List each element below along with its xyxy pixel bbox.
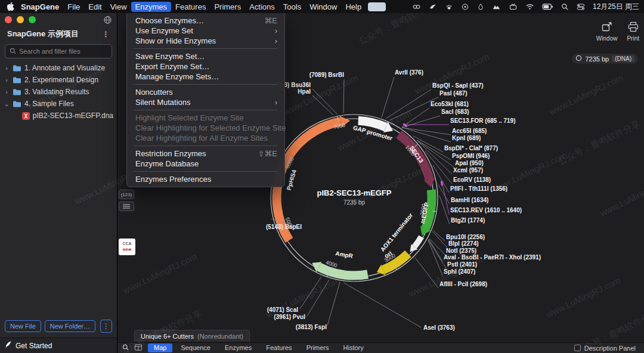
menubar-item-actions[interactable]: Actions (245, 2, 279, 12)
menu-item-silent-mutations[interactable]: Silent Mutations› (127, 97, 284, 107)
get-started-link[interactable]: Get Started (16, 342, 52, 350)
disclosure-chevron-icon[interactable]: ⌄ (4, 100, 10, 108)
view-tab-map[interactable]: Map (148, 343, 172, 352)
enzyme-label-bspqi-sapi-437[interactable]: BspQI - SapI (437) (432, 82, 484, 89)
enzyme-label-bpu10i-2256[interactable]: Bpu10I (2256) (446, 234, 485, 240)
disclosure-chevron-icon[interactable]: › (4, 64, 10, 72)
compass-icon[interactable] (461, 3, 469, 11)
view-tab-history[interactable]: History (338, 343, 370, 352)
folder-item-2-experimental-design[interactable]: ›2. Experimental Design (0, 74, 117, 86)
paw-icon[interactable] (445, 3, 453, 11)
menu-item-use-enzyme-set[interactable]: Use Enzyme Set› (127, 26, 284, 36)
menu-item-choose-enzymes[interactable]: Choose Enzymes…⌘E (127, 16, 284, 26)
enzyme-label-eco53ki-681[interactable]: Eco53kI (681) (431, 101, 469, 107)
menubar-item-enzymes[interactable]: Enzymes (131, 2, 171, 12)
menu-item-export-enzyme-set[interactable]: Export Enzyme Set… (127, 61, 284, 72)
close-window-button[interactable] (5, 16, 12, 23)
menubar-item-file[interactable]: File (63, 2, 84, 12)
menubar-item-snapgene[interactable]: SnapGene (17, 2, 63, 12)
folder-item-4-sample-files[interactable]: ⌄4. Sample Files (0, 98, 117, 110)
menu-item-show-or-hide-enzymes[interactable]: Show or Hide Enzymes› (127, 36, 284, 46)
find-icon[interactable] (122, 344, 129, 352)
window-tool-button[interactable]: Window (596, 21, 618, 42)
spotlight-icon[interactable] (561, 3, 569, 11)
enzyme-label-bspdi-clai-877[interactable]: BspDI* - ClaI* (877) (444, 145, 498, 151)
bird-icon[interactable] (429, 3, 437, 11)
enzyme-label-psti-2401[interactable]: PstI (2401) (447, 261, 477, 268)
enzyme-label-4071-scai[interactable]: (4071) ScaI (267, 306, 298, 313)
tv-icon[interactable] (509, 3, 518, 11)
view-tab-features[interactable]: Features (260, 343, 298, 352)
zoom-window-button[interactable] (29, 16, 36, 23)
disclosure-chevron-icon[interactable]: › (4, 76, 10, 83)
enzyme-label-sphi-2407[interactable]: SphI (2407) (444, 268, 475, 275)
enzyme-set-tab[interactable]: Unique 6+ Cutters (Nonredundant) (134, 330, 250, 342)
view-tab-primers[interactable]: Primers (301, 343, 335, 352)
menubar-item-features[interactable]: Features (171, 2, 210, 12)
enzyme-label-apai-950[interactable]: ApaI (950) (455, 160, 484, 166)
enzyme-label-sec13-for-685-719[interactable]: SEC13.FOR (685 .. 719) (450, 117, 516, 124)
menu-item-save-enzyme-set[interactable]: Save Enzyme Set… (127, 51, 284, 61)
enzyme-label-bamhi-1634[interactable]: BamHI (1634) (451, 197, 488, 203)
menubar-item-primers[interactable]: Primers (210, 2, 245, 12)
view-tab-enzymes[interactable]: Enzymes (219, 343, 258, 352)
numbering-toggle-button[interactable]: (123) (119, 190, 134, 199)
description-panel-checkbox[interactable] (574, 345, 581, 351)
enzyme-label-xcmi-957[interactable]: XcmI (957) (453, 167, 483, 174)
loop-icon[interactable] (412, 3, 421, 11)
sequence-preview-icon[interactable]: CCA GCA (119, 239, 135, 255)
feature-ampr[interactable] (319, 267, 368, 275)
control-center-icon[interactable] (577, 3, 585, 11)
print-tool-button[interactable]: Print (627, 21, 639, 42)
battery-icon[interactable] (542, 4, 553, 10)
apple-menu-icon[interactable] (5, 2, 17, 11)
globe-icon[interactable] (103, 16, 112, 24)
wifi-icon[interactable] (525, 3, 534, 10)
enzyme-label-saci-683[interactable]: SacI (683) (441, 109, 469, 115)
project-menu-button[interactable]: ⋮ (102, 30, 110, 39)
more-actions-button[interactable]: ⋮ (100, 320, 112, 333)
enzyme-label-3813-fspi[interactable]: (3813) FspI (296, 324, 327, 330)
view-tab-sequence[interactable]: Sequence (175, 343, 216, 352)
menu-item-enzymes-preferences[interactable]: Enzymes Preferences (127, 174, 284, 184)
enzyme-label-pspomi-946[interactable]: PspOMI (946) (452, 153, 490, 159)
drop-icon[interactable] (477, 3, 484, 11)
menu-item-restriction-enzymes[interactable]: Restriction Enzymes⇧⌘E (127, 148, 284, 159)
enzyme-label-acc65i-685[interactable]: Acc65I (685) (452, 128, 487, 134)
search-box[interactable] (5, 44, 112, 58)
input-source-indicator[interactable] (368, 2, 386, 11)
minimize-window-button[interactable] (17, 16, 24, 23)
enzyme-label-pasi-487[interactable]: PasI (487) (439, 90, 467, 97)
menubar-item-edit[interactable]: Edit (84, 2, 106, 12)
list-view-button[interactable] (119, 202, 134, 211)
menu-item-manage-enzyme-sets[interactable]: Manage Enzyme Sets… (127, 72, 284, 82)
panel-layout-icon[interactable] (135, 344, 142, 352)
folder-item-1-annotate-and-visualize[interactable]: ›1. Annotate and Visualize (0, 62, 117, 74)
search-input[interactable] (19, 48, 107, 55)
enzyme-label-sec13-rev-1610-1640[interactable]: SEC13.REV (1610 .. 1640) (450, 207, 522, 213)
enzyme-label-afliii-pcii-2698[interactable]: AflIII - PciI (2698) (439, 281, 487, 287)
enzyme-label-pflfi-tth111i-1356[interactable]: PflFI - Tth111I (1356) (450, 185, 507, 192)
primer-mark-sec13-rev[interactable] (441, 181, 442, 186)
enzyme-label-avai-bsobi-paer7i-xhoi-2391[interactable]: AvaI - BsoBI - PaeR7I - XhoI (2391) (444, 254, 541, 261)
enzyme-label-7089-bsrbi[interactable]: (7089) BsrBI (309, 72, 345, 78)
enzyme-label-3961-pvui[interactable]: (3961) PvuI (274, 314, 305, 320)
menubar-item-help[interactable]: Help (341, 2, 366, 12)
folder-item-3-validating-results[interactable]: ›3. Validating Results (0, 86, 117, 98)
file-item-pib2-sec13-megfp-dna[interactable]: pIB2-SEC13-mEGFP.dna (0, 110, 117, 122)
disclosure-chevron-icon[interactable]: › (4, 88, 10, 95)
enzyme-label-hpai[interactable]: HpaI (298, 88, 311, 95)
enzyme-label-ecorv-1138[interactable]: EcoRV (1138) (453, 176, 491, 183)
enzyme-label-avrii-376[interactable]: AvrII (376) (395, 69, 423, 76)
menubar-item-view[interactable]: View (106, 2, 131, 12)
new-file-button[interactable]: New File (5, 320, 41, 332)
enzyme-label-noti-2375[interactable]: NotI (2375) (446, 247, 476, 254)
enzyme-label-kpni-689[interactable]: KpnI (689) (452, 135, 481, 141)
menubar-clock[interactable]: 12月25日 周三 (593, 2, 639, 12)
menu-item-noncutters[interactable]: Noncutters (127, 87, 284, 97)
enzyme-label-asei-3763[interactable]: AseI (3763) (423, 324, 455, 331)
enzyme-label-blpi-2274[interactable]: BlpI (2274) (448, 240, 479, 247)
enzyme-label-5143-bspei[interactable]: (5143) BspEI (266, 224, 302, 230)
feature-sec13[interactable] (399, 135, 430, 179)
feature-aox1-terminator[interactable] (414, 237, 422, 247)
